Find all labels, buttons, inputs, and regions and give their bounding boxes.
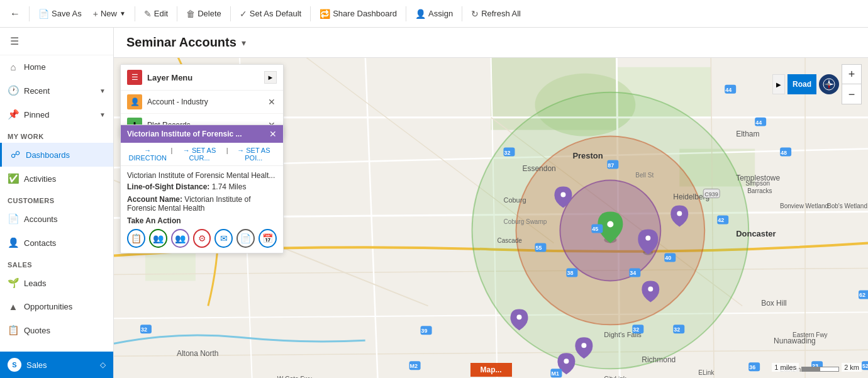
sidebar: ☰ ⌂ Home 🕐 Recent ▼ 📌 Pinned ▼ My Work ☍… (0, 28, 114, 378)
delete-icon: 🗑 (186, 9, 195, 19)
action-account-button[interactable]: 👥 (171, 229, 189, 248)
edit-button[interactable]: ✎ Edit (139, 6, 173, 21)
action-document-button[interactable]: 📄 (236, 229, 255, 248)
svg-text:ELink: ELink (698, 369, 714, 376)
svg-text:Bonview Wetland: Bonview Wetland (780, 203, 828, 210)
svg-text:Eltham: Eltham (736, 130, 759, 138)
svg-text:Bob's Wetland: Bob's Wetland (827, 203, 867, 210)
svg-text:M2: M2 (410, 363, 418, 369)
zoom-in-button[interactable]: + (842, 64, 862, 84)
leads-icon: 🌱 (8, 277, 19, 289)
my-work-header: My Work (0, 126, 113, 143)
sidebar-item-pinned[interactable]: 📌 Pinned ▼ (0, 103, 113, 126)
scale-2km: 2 km (842, 363, 862, 372)
svg-text:Bell St: Bell St (635, 172, 654, 179)
action-sep1: | (170, 147, 172, 162)
svg-text:87: 87 (608, 162, 614, 169)
action-view-button[interactable]: 📋 (127, 229, 145, 248)
sidebar-item-activities[interactable]: ✅ Activities (0, 167, 113, 191)
set-poi-button[interactable]: → SET AS POI... (231, 147, 277, 162)
assign-button[interactable]: 👤 Assign (410, 6, 458, 21)
refresh-button[interactable]: ↻ Refresh All (466, 6, 526, 21)
road-view-button[interactable]: Road (787, 74, 816, 94)
zoom-out-button[interactable]: − (842, 84, 862, 104)
layer-industry-close[interactable]: ✕ (267, 97, 277, 107)
save-as-button[interactable]: 📄 Save As (33, 6, 87, 21)
set-default-button[interactable]: ✓ Set As Default (235, 6, 306, 21)
sidebar-item-opportunities[interactable]: ▲ Opportunities (0, 295, 113, 318)
scale-bar: 1 miles 2 km (772, 363, 862, 372)
svg-text:W Gate Fwy: W Gate Fwy (277, 375, 312, 378)
action-email-button[interactable]: ✉ (214, 229, 233, 248)
new-button[interactable]: + New ▼ (88, 6, 131, 21)
sep2 (135, 6, 135, 21)
svg-text:45: 45 (592, 226, 598, 232)
sidebar-item-home[interactable]: ⌂ Home (0, 55, 113, 79)
map-bottom-button[interactable]: Map... (470, 363, 511, 377)
main-layout: ☰ ⌂ Home 🕐 Recent ▼ 📌 Pinned ▼ My Work ☍… (0, 28, 868, 378)
svg-text:38: 38 (567, 270, 573, 276)
svg-point-30 (677, 211, 682, 216)
sidebar-item-contacts[interactable]: 👤 Contacts (0, 231, 113, 255)
dashboards-icon: ☍ (9, 149, 21, 160)
page-title-dropdown[interactable]: ▾ (242, 38, 246, 48)
recent-arrow: ▼ (99, 87, 106, 94)
sidebar-item-quotes[interactable]: 📋 Quotes (0, 318, 113, 342)
hamburger-button[interactable]: ☰ (8, 33, 21, 50)
assign-icon: 👤 (415, 9, 426, 19)
sidebar-item-leads[interactable]: 🌱 Leads (0, 271, 113, 295)
quotes-icon: 📋 (8, 325, 19, 336)
svg-text:Essendon: Essendon (522, 164, 555, 173)
sidebar-item-recent[interactable]: 🕐 Recent ▼ (0, 79, 113, 103)
sales-avatar: S (8, 358, 21, 372)
svg-text:Simpson: Simpson (745, 180, 770, 187)
share-button[interactable]: 🔁 Share Dashboard (314, 6, 402, 21)
action-icons-row: 📋 👥 👥 ⚙ ✉ 📄 📅 (127, 229, 277, 248)
svg-text:Richmond: Richmond (642, 355, 676, 364)
sep4 (230, 6, 231, 21)
sales-bottom-bar[interactable]: S Sales ◇ (0, 352, 113, 378)
scale-1mile: 1 miles (772, 363, 799, 372)
map-expand-button[interactable]: ▶ (772, 74, 785, 94)
map-container[interactable]: Essendon Preston Coburg Coburg Swamp Cas… (114, 58, 868, 378)
compass-icon (819, 74, 839, 94)
svg-text:Eastern Fwy: Eastern Fwy (793, 331, 828, 338)
popup-full-name: Victorian Institute of Forensic Mental H… (127, 171, 277, 180)
layer-collapse-button[interactable]: ► (264, 71, 277, 84)
sales-bottom-label: Sales (26, 360, 47, 370)
svg-text:32: 32 (674, 326, 680, 333)
popup-los-label: Line-of-Sight Distance: (127, 182, 209, 191)
check-icon: ✓ (240, 9, 247, 19)
popup-body: Victorian Institute of Forensic Mental H… (121, 166, 283, 253)
opportunities-icon: ▲ (8, 301, 19, 312)
svg-point-32 (564, 359, 569, 364)
delete-button[interactable]: 🗑 Delete (181, 6, 226, 21)
svg-text:32: 32 (633, 326, 639, 333)
popup-los-field: Line-of-Sight Distance: 1.74 Miles (127, 182, 277, 191)
action-settings-button[interactable]: ⚙ (193, 229, 211, 248)
sales-header: Sales (0, 255, 113, 271)
svg-point-28 (648, 286, 653, 291)
popup-los-value: 1.74 Miles (212, 182, 247, 191)
accounts-icon: 📄 (8, 213, 19, 225)
action-calendar-button[interactable]: 📅 (259, 229, 277, 248)
layer-row-industry: 👤 Account - Industry ✕ (121, 91, 283, 114)
popup-close-button[interactable]: ✕ (269, 129, 277, 139)
page-title: Seminar Accounts (126, 35, 236, 50)
popup-account-group: Account Name: Victorian Institute ofFore… (127, 195, 277, 213)
sep6 (406, 6, 406, 21)
svg-text:CityLink: CityLink (604, 375, 626, 378)
sidebar-header: ☰ (0, 28, 113, 55)
sidebar-item-accounts[interactable]: 📄 Accounts (0, 207, 113, 231)
home-icon: ⌂ (8, 62, 19, 72)
back-button[interactable]: ← (5, 6, 25, 22)
svg-text:36: 36 (749, 364, 755, 370)
svg-point-29 (560, 192, 565, 197)
svg-text:44: 44 (725, 87, 732, 93)
zoom-controls: + − (842, 64, 862, 104)
action-contacts-button[interactable]: 👥 (149, 229, 167, 248)
direction-button[interactable]: → DIRECTION (127, 147, 168, 162)
svg-text:M1: M1 (551, 370, 559, 377)
sidebar-item-dashboards[interactable]: ☍ Dashboards (0, 143, 113, 167)
set-cur-button[interactable]: → SET AS CUR... (175, 147, 224, 162)
